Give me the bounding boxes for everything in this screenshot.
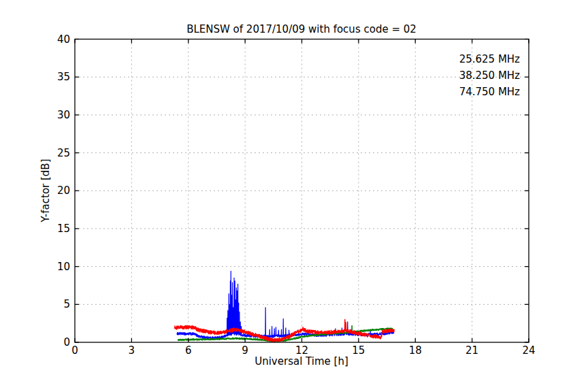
chart-title: BLENSW of 2017/10/09 with focus code = 0…: [186, 23, 416, 35]
y-factor-chart: BLENSW of 2017/10/09 with focus code = 0…: [0, 0, 588, 392]
y-tick-labels: 0510152025303540: [57, 33, 70, 349]
x-tick-label: 18: [409, 344, 422, 357]
legend-entry-38-250-mhz: 38.250 MHz: [459, 69, 520, 82]
x-tick-label: 3: [129, 344, 135, 357]
x-tick-label: 15: [352, 344, 365, 357]
series-line-25-625-mhz: [177, 271, 394, 339]
y-tick-label: 25: [57, 147, 70, 159]
y-tick-label: 10: [57, 261, 70, 273]
y-axis-label: Y-factor [dB]: [39, 159, 52, 223]
y-tick-label: 30: [57, 109, 70, 121]
x-tick-label: 0: [71, 344, 78, 357]
gridlines: [75, 39, 529, 343]
x-tick-label: 6: [185, 344, 192, 357]
x-axis-label: Universal Time [h]: [255, 355, 348, 368]
y-tick-label: 5: [63, 298, 70, 310]
x-tick-label: 21: [466, 344, 478, 357]
series-lines: [175, 271, 394, 342]
legend-entry-74-750-mhz: 74.750 MHz: [459, 86, 520, 98]
x-tick-label: 9: [242, 344, 248, 357]
legend-entry-25-625-mhz: 25.625 MHz: [459, 53, 520, 65]
x-tick-label: 24: [522, 344, 535, 357]
figure-canvas: BLENSW of 2017/10/09 with focus code = 0…: [0, 0, 588, 392]
y-tick-label: 35: [57, 71, 70, 83]
y-tick-label: 20: [57, 184, 70, 197]
y-tick-label: 40: [57, 33, 70, 46]
y-tick-label: 0: [63, 336, 70, 348]
y-tick-label: 15: [57, 223, 70, 235]
legend: 25.625 MHz 38.250 MHz 74.750 MHz: [459, 53, 520, 98]
